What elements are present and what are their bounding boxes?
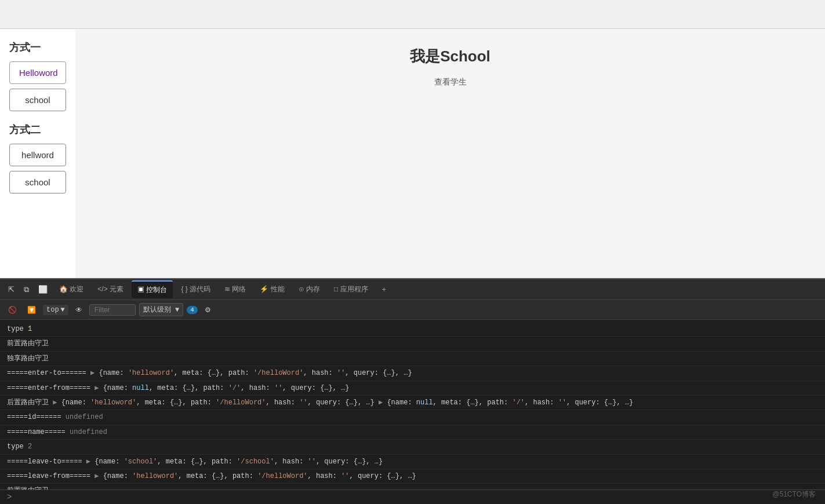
console-line: =====id====== undefined — [0, 410, 825, 425]
filter-input[interactable] — [89, 304, 136, 316]
tab-welcome[interactable]: 🏠 欢迎 — [53, 281, 89, 298]
console-line: =====name===== undefined — [0, 425, 825, 440]
section2-title: 方式二 — [9, 123, 66, 137]
main-area: 方式一 Helloword school 方式二 hellword school… — [0, 29, 825, 278]
tab-console[interactable]: ▣ 控制台 — [132, 280, 173, 298]
console-line: type 2 — [0, 440, 825, 454]
tab-application[interactable]: □ 应用程序 — [328, 281, 374, 298]
settings-gear-btn[interactable]: ⚙ — [201, 305, 215, 315]
tab-network[interactable]: ≋ 网络 — [219, 281, 252, 298]
console-input[interactable] — [16, 493, 818, 501]
console-input-area: > — [0, 490, 825, 504]
filter-toggle-btn[interactable]: 🔽 — [24, 305, 39, 315]
console-line: =====enter-to====== ▶ {name: 'helloword'… — [0, 366, 825, 381]
devtools-tabs: ⇱ ⧉ ⬜ 🏠 欢迎 </> 元素 ▣ 控制台 { } 源代码 ≋ 网络 ⚡ 性… — [0, 279, 825, 300]
top-indicator[interactable]: top ▼ — [43, 305, 68, 315]
section1-title: 方式一 — [9, 41, 66, 54]
devtools-settings-btn[interactable]: ⬜ — [35, 283, 51, 296]
tab-memory[interactable]: ⊙ 内存 — [293, 281, 326, 298]
nav-button-school-1[interactable]: school — [9, 89, 66, 111]
clear-console-btn[interactable]: 🚫 — [5, 305, 20, 315]
devtools-console: type 1 前置路由守卫 独享路由守卫 =====enter-to======… — [0, 320, 825, 490]
devtools-dock-btn[interactable]: ⇱ — [5, 283, 18, 296]
prompt-arrow: > — [7, 492, 12, 502]
nav-button-hellword-2[interactable]: hellword — [9, 144, 66, 166]
watermark: @51CTO博客 — [772, 490, 816, 499]
content-area: 我是School 查看学生 — [75, 29, 825, 278]
console-line: =====enter-from===== ▶ {name: null, meta… — [0, 381, 825, 396]
devtools-copy-btn[interactable]: ⧉ — [20, 283, 32, 297]
content-title: 我是School — [410, 46, 490, 67]
content-link[interactable]: 查看学生 — [434, 77, 467, 87]
tab-elements[interactable]: </> 元素 — [92, 281, 129, 298]
tab-sources[interactable]: { } 源代码 — [175, 281, 216, 298]
console-line: 前置路由守卫 — [0, 484, 825, 490]
console-line: type 1 — [0, 322, 825, 337]
eye-btn[interactable]: 👁 — [72, 305, 86, 315]
nav-button-school-2[interactable]: school — [9, 171, 66, 193]
error-count-badge: 4 — [187, 306, 198, 314]
console-line: 独享路由守卫 — [0, 352, 825, 366]
console-line: =====leave-to===== ▶ {name: 'school', me… — [0, 455, 825, 469]
console-line: 后置路由守卫 ▶ {name: 'helloword', meta: {…}, … — [0, 396, 825, 410]
top-label: top — [46, 306, 59, 314]
top-dropdown-icon: ▼ — [61, 306, 65, 314]
level-select[interactable]: 默认级别 ▼ — [139, 303, 183, 316]
sidebar: 方式一 Helloword school 方式二 hellword school — [0, 29, 75, 278]
console-line: =====leave-from===== ▶ {name: 'helloword… — [0, 469, 825, 484]
nav-button-helloword-1[interactable]: Helloword — [9, 61, 66, 84]
console-line: 前置路由守卫 — [0, 337, 825, 351]
devtools-panel: ⇱ ⧉ ⬜ 🏠 欢迎 </> 元素 ▣ 控制台 { } 源代码 ≋ 网络 ⚡ 性… — [0, 278, 825, 504]
tab-more[interactable]: + — [376, 282, 392, 297]
tab-performance[interactable]: ⚡ 性能 — [254, 281, 290, 298]
devtools-toolbar: 🚫 🔽 top ▼ 👁 默认级别 ▼ 4 ⚙ — [0, 300, 825, 320]
browser-top-bar — [0, 0, 825, 29]
